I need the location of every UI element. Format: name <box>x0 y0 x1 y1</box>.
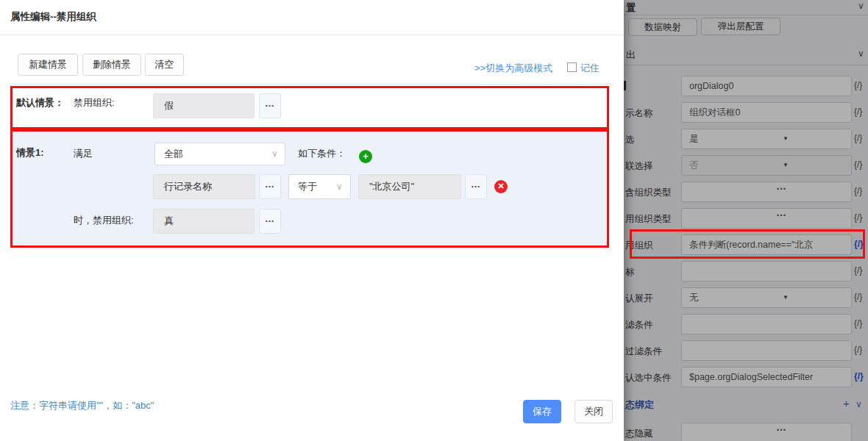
match-label: 满足 <box>74 147 93 160</box>
clear-button[interactable]: 清空 <box>145 54 184 76</box>
then-disable-org-value[interactable]: 真 <box>153 209 255 234</box>
delete-scenario-button[interactable]: 删除情景 <box>82 54 141 76</box>
operator-select[interactable]: 等于 ∨ <box>288 174 351 199</box>
then-disable-org-label: 时，禁用组织: <box>74 214 134 227</box>
value-text: 行记录名称 <box>164 175 212 198</box>
scenario1-label: 情景1: <box>16 146 44 159</box>
note-text: 注意：字符串请使用""，如："abc" <box>10 399 154 412</box>
divider <box>10 84 613 85</box>
new-scenario-button[interactable]: 新建情景 <box>18 54 78 76</box>
default-disable-org-value[interactable]: 假 <box>153 93 255 118</box>
default-scenario-label: 默认情景： <box>16 96 64 110</box>
more-button[interactable]: … <box>259 174 281 199</box>
match-mode-select[interactable]: 全部 ∨ <box>154 143 285 165</box>
select-value: 等于 <box>298 175 317 198</box>
annotation-red-box-disable-org <box>630 229 865 259</box>
chevron-down-icon: ∨ <box>271 148 278 159</box>
delete-condition-icon[interactable]: ✕ <box>494 180 508 193</box>
close-button[interactable]: 关闭 <box>574 400 613 423</box>
remember-label: 记住 <box>580 62 600 75</box>
condition-field-input[interactable]: 行记录名称 <box>153 174 255 199</box>
dialog-title: 属性编辑--禁用组织 <box>10 10 96 24</box>
select-value: 全部 <box>164 143 183 165</box>
property-edit-dialog: 属性编辑--禁用组织 新建情景 删除情景 清空 >>切换为高级模式 记住 默认情… <box>0 0 624 441</box>
value-text: 假 <box>164 94 174 118</box>
more-button[interactable]: … <box>259 93 281 118</box>
value-text: "北京公司" <box>369 175 414 198</box>
disable-org-field-label: 禁用组织: <box>74 96 115 110</box>
value-text: 真 <box>164 209 174 233</box>
add-condition-icon[interactable]: + <box>359 150 372 163</box>
more-button[interactable]: … <box>465 174 487 199</box>
modal-backdrop <box>624 0 868 441</box>
save-button[interactable]: 保存 <box>523 400 561 423</box>
condition-value-input[interactable]: "北京公司" <box>358 174 461 199</box>
more-button[interactable]: … <box>259 209 281 234</box>
conditions-label: 如下条件： <box>298 147 346 160</box>
switch-advanced-mode-link[interactable]: >>切换为高级模式 <box>474 62 552 75</box>
remember-checkbox[interactable] <box>567 62 577 72</box>
divider <box>0 35 624 35</box>
chevron-down-icon: ∨ <box>336 182 343 192</box>
